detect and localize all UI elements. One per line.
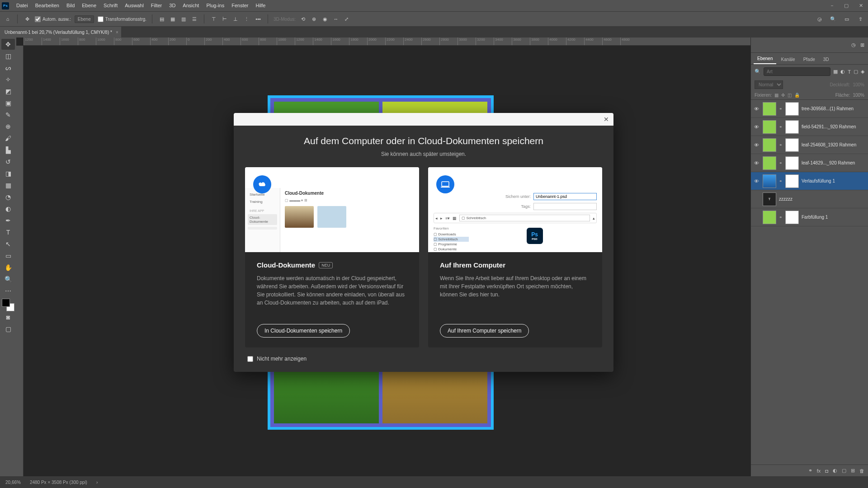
more-icon[interactable]: ••• bbox=[254, 15, 262, 23]
3d-scale-icon[interactable]: ⤢ bbox=[343, 15, 351, 23]
align-left-icon[interactable]: ▤ bbox=[158, 15, 166, 23]
lock-artboard-icon[interactable]: ◫ bbox=[788, 93, 792, 98]
minimize-button[interactable]: － bbox=[825, 1, 839, 10]
wand-tool[interactable]: ✧ bbox=[1, 74, 15, 85]
type-tool[interactable]: T bbox=[1, 227, 15, 238]
zoom-level[interactable]: 20,66% bbox=[5, 480, 21, 485]
menu-type[interactable]: Schrift bbox=[100, 0, 121, 11]
dodge-tool[interactable]: ◐ bbox=[1, 203, 15, 214]
group-icon[interactable]: ▢ bbox=[842, 468, 846, 474]
screenmode-tool[interactable]: ▢ bbox=[1, 324, 15, 334]
quickmask-tool[interactable]: ◙ bbox=[1, 312, 15, 323]
menu-help[interactable]: Hilfe bbox=[252, 0, 269, 11]
crop-tool[interactable]: ◩ bbox=[1, 86, 15, 97]
filter-shape-icon[interactable]: ▢ bbox=[854, 69, 858, 75]
align-right-icon[interactable]: ▥ bbox=[179, 15, 188, 23]
blend-mode-select[interactable]: Normal bbox=[755, 80, 783, 89]
eyedropper-tool[interactable]: ✎ bbox=[1, 109, 15, 120]
workspace-icon[interactable]: ▭ bbox=[843, 15, 851, 23]
zoom-tool[interactable]: 🔍 bbox=[1, 274, 15, 285]
path-tool[interactable]: ↖ bbox=[1, 239, 15, 249]
visibility-toggle[interactable]: 👁 bbox=[753, 106, 760, 112]
shape-tool[interactable]: ▭ bbox=[1, 250, 15, 261]
layer-row[interactable]: 👁⚭leaf-254608_1920 Rahmen bbox=[751, 136, 868, 154]
document-tab[interactable]: Unbenannt-1 bei 20,7% (Verlaufsfüllung 1… bbox=[0, 27, 121, 38]
filter-pixel-icon[interactable]: ▦ bbox=[833, 69, 838, 75]
healing-tool[interactable]: ⊕ bbox=[1, 121, 15, 132]
dialog-close-button[interactable]: ✕ bbox=[604, 116, 609, 123]
marquee-tool[interactable]: ◫ bbox=[1, 51, 15, 61]
fill-value[interactable]: 100% bbox=[853, 93, 864, 98]
history-panel-icon[interactable]: ◷ bbox=[851, 42, 856, 48]
layer-name[interactable]: leaf-14829..._920 Rahmen bbox=[802, 160, 866, 165]
layer-row[interactable]: ⚭Farbfüllung 1 bbox=[751, 208, 868, 226]
gradient-tool[interactable]: ▦ bbox=[1, 180, 15, 191]
layer-name[interactable]: zzzzzz bbox=[779, 197, 866, 202]
layer-filter-input[interactable] bbox=[764, 67, 830, 76]
distribute-icon[interactable]: ☰ bbox=[190, 15, 198, 23]
link-layers-icon[interactable]: ⚭ bbox=[808, 468, 812, 474]
align-top-icon[interactable]: ⊤ bbox=[210, 15, 218, 23]
layer-name[interactable]: Farbfüllung 1 bbox=[802, 215, 866, 220]
opacity-value[interactable]: 100% bbox=[853, 82, 864, 87]
menu-edit[interactable]: Bearbeiten bbox=[32, 0, 63, 11]
adjustment-icon[interactable]: ◐ bbox=[833, 468, 837, 474]
brush-tool[interactable]: 🖌 bbox=[1, 133, 15, 144]
layer-name[interactable]: leaf-254608_1920 Rahmen bbox=[802, 142, 866, 147]
tab-3d[interactable]: 3D bbox=[820, 55, 833, 64]
move-tool[interactable]: ✥ bbox=[1, 39, 15, 50]
dont-show-checkbox[interactable] bbox=[247, 356, 253, 362]
transform-controls-checkbox[interactable]: Transformationsstrg. bbox=[98, 16, 146, 22]
layer-row[interactable]: Tzzzzzz bbox=[751, 190, 868, 208]
auto-select-checkbox[interactable]: Autom. ausw.: bbox=[35, 16, 71, 22]
color-swatches[interactable] bbox=[2, 299, 14, 311]
menu-plugins[interactable]: Plug-ins bbox=[203, 0, 228, 11]
align-middle-icon[interactable]: ⊢ bbox=[221, 15, 229, 23]
home-icon[interactable]: ⌂ bbox=[4, 15, 12, 23]
menu-select[interactable]: Auswahl bbox=[121, 0, 147, 11]
layer-row[interactable]: 👁⚭leaf-14829..._920 Rahmen bbox=[751, 154, 868, 172]
mask-icon[interactable]: ◘ bbox=[825, 468, 828, 474]
menu-filter[interactable]: Filter bbox=[147, 0, 165, 11]
3d-slide-icon[interactable]: ↔ bbox=[332, 15, 340, 23]
lasso-tool[interactable]: ᔕ bbox=[1, 62, 15, 73]
distribute-v-icon[interactable]: ⋮ bbox=[242, 15, 250, 23]
share-icon[interactable]: ⇪ bbox=[856, 15, 864, 23]
edit-toolbar[interactable]: ⋯ bbox=[1, 286, 15, 296]
filter-type-icon[interactable]: T bbox=[848, 69, 851, 75]
save-cloud-button[interactable]: In Cloud-Dokumenten speichern bbox=[257, 324, 350, 338]
blur-tool[interactable]: ◔ bbox=[1, 192, 15, 202]
menu-image[interactable]: Bild bbox=[63, 0, 78, 11]
tab-close-icon[interactable]: × bbox=[116, 30, 118, 35]
filter-smart-icon[interactable]: ◈ bbox=[861, 69, 864, 75]
move-tool-icon[interactable]: ✥ bbox=[23, 15, 31, 23]
layer-row[interactable]: 👁⚭field-54291..._920 Rahmen bbox=[751, 118, 868, 136]
3d-orbit-icon[interactable]: ⟲ bbox=[299, 15, 307, 23]
history-brush-tool[interactable]: ↺ bbox=[1, 156, 15, 167]
search-icon[interactable]: 🔍 bbox=[829, 15, 837, 23]
layer-row[interactable]: 👁⚭tree-309568...(1) Rahmen bbox=[751, 100, 868, 118]
hand-tool[interactable]: ✋ bbox=[1, 262, 15, 273]
filter-adjust-icon[interactable]: ◐ bbox=[840, 69, 845, 75]
close-button[interactable]: ✕ bbox=[854, 1, 868, 10]
properties-panel-icon[interactable]: ⊞ bbox=[860, 42, 864, 48]
visibility-toggle[interactable]: 👁 bbox=[753, 178, 760, 184]
status-arrow-icon[interactable]: › bbox=[96, 480, 98, 485]
frame-tool[interactable]: ▣ bbox=[1, 98, 15, 108]
stamp-tool[interactable]: ▙ bbox=[1, 145, 15, 155]
pen-tool[interactable]: ✒ bbox=[1, 215, 15, 226]
layer-name[interactable]: field-54291..._920 Rahmen bbox=[802, 124, 866, 129]
visibility-toggle[interactable]: 👁 bbox=[753, 124, 760, 130]
eraser-tool[interactable]: ◨ bbox=[1, 168, 15, 179]
tab-layers[interactable]: Ebenen bbox=[754, 54, 776, 64]
fx-icon[interactable]: fx bbox=[817, 468, 821, 474]
new-layer-icon[interactable]: ⊞ bbox=[851, 468, 855, 474]
menu-file[interactable]: Datei bbox=[13, 0, 32, 11]
tab-channels[interactable]: Kanäle bbox=[777, 55, 798, 64]
lock-pixels-icon[interactable]: ▦ bbox=[774, 93, 778, 98]
save-computer-button[interactable]: Auf Ihrem Computer speichern bbox=[440, 324, 529, 338]
menu-3d[interactable]: 3D bbox=[165, 0, 179, 11]
cloud-icon[interactable]: ◶ bbox=[816, 15, 824, 23]
tab-paths[interactable]: Pfade bbox=[800, 55, 819, 64]
layer-name[interactable]: tree-309568...(1) Rahmen bbox=[802, 106, 866, 111]
